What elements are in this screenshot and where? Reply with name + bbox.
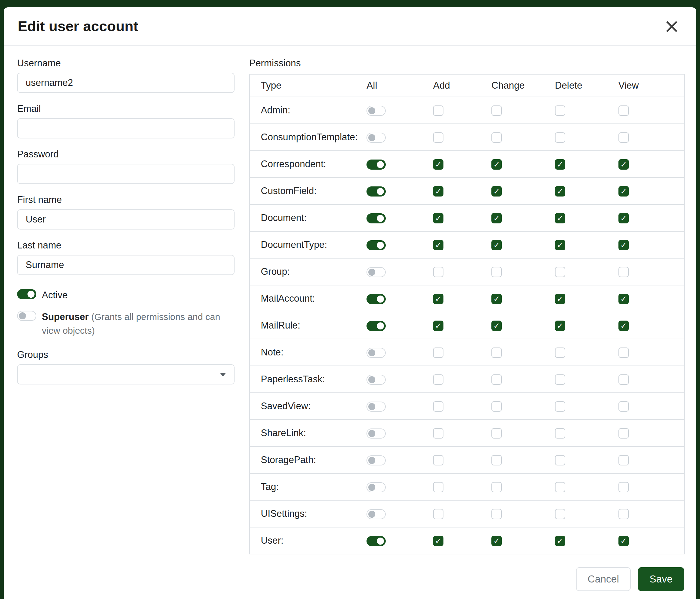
permission-all-toggle[interactable] [367,186,386,196]
permission-change-checkbox[interactable] [492,186,502,196]
permission-add-checkbox[interactable] [433,240,444,250]
permission-all-toggle[interactable] [367,240,386,250]
permission-all-toggle[interactable] [367,213,386,223]
permission-add-checkbox[interactable] [433,348,444,358]
permission-change-checkbox[interactable] [492,213,502,223]
permission-view-checkbox[interactable] [619,401,629,412]
last-name-group: Last name [17,240,234,275]
permission-delete-checkbox[interactable] [555,509,565,519]
permission-view-checkbox[interactable] [619,536,629,546]
permission-all-toggle[interactable] [367,482,386,492]
email-input[interactable] [17,118,234,139]
permission-add-checkbox[interactable] [433,132,444,143]
permission-all-toggle[interactable] [367,267,386,277]
permission-type-label: PaperlessTask: [250,366,365,393]
permission-all-toggle[interactable] [367,348,386,358]
permission-change-checkbox[interactable] [492,536,502,546]
permission-delete-checkbox[interactable] [555,294,565,304]
permission-delete-checkbox[interactable] [555,536,565,546]
permission-add-checkbox[interactable] [433,401,444,412]
permission-delete-checkbox[interactable] [555,159,565,170]
permission-view-checkbox[interactable] [619,455,629,465]
groups-select[interactable] [17,364,234,384]
permission-view-checkbox[interactable] [619,348,629,358]
permission-all-toggle[interactable] [367,133,386,143]
permission-view-checkbox[interactable] [619,240,629,250]
permission-all-toggle[interactable] [367,455,386,465]
password-input[interactable] [17,164,234,184]
permission-change-checkbox[interactable] [492,348,502,358]
permission-all-toggle[interactable] [367,106,386,116]
active-toggle[interactable] [17,289,36,299]
permission-change-checkbox[interactable] [492,294,502,304]
permission-add-checkbox[interactable] [433,482,444,492]
permission-delete-checkbox[interactable] [555,428,565,438]
permission-delete-checkbox[interactable] [555,132,565,143]
permission-delete-checkbox[interactable] [555,105,565,116]
permission-view-checkbox[interactable] [619,132,629,143]
permission-view-checkbox[interactable] [619,428,629,438]
cancel-button[interactable]: Cancel [576,567,631,591]
permission-delete-checkbox[interactable] [555,320,565,331]
permission-delete-checkbox[interactable] [555,186,565,196]
permission-view-checkbox[interactable] [619,320,629,331]
permission-all-toggle[interactable] [367,429,386,438]
permission-add-checkbox[interactable] [433,428,444,438]
permission-change-checkbox[interactable] [492,105,502,116]
permission-change-checkbox[interactable] [492,428,502,438]
permission-delete-checkbox[interactable] [555,213,565,223]
permission-view-checkbox[interactable] [619,105,629,116]
last-name-input[interactable] [17,255,234,275]
permission-change-checkbox[interactable] [492,159,502,170]
permission-delete-checkbox[interactable] [555,375,565,385]
permission-view-checkbox[interactable] [619,213,629,223]
permission-delete-checkbox[interactable] [555,348,565,358]
permission-add-checkbox[interactable] [433,213,444,223]
permission-delete-checkbox[interactable] [555,482,565,492]
permission-add-checkbox[interactable] [433,294,444,304]
permission-view-checkbox[interactable] [619,159,629,170]
active-label: Active [42,288,68,302]
permission-all-toggle[interactable] [367,509,386,519]
permission-row: Group: [250,258,684,285]
permission-change-checkbox[interactable] [492,267,502,277]
permission-add-checkbox[interactable] [433,159,444,170]
permission-change-checkbox[interactable] [492,482,502,492]
permission-add-checkbox[interactable] [433,105,444,116]
permission-view-checkbox[interactable] [619,375,629,385]
save-button[interactable]: Save [638,567,684,591]
permission-view-checkbox[interactable] [619,482,629,492]
permission-all-toggle[interactable] [367,160,386,170]
permission-delete-checkbox[interactable] [555,455,565,465]
permission-change-checkbox[interactable] [492,132,502,143]
permission-all-toggle[interactable] [367,321,386,331]
permission-view-checkbox[interactable] [619,294,629,304]
permission-add-checkbox[interactable] [433,320,444,331]
permission-all-toggle[interactable] [367,536,386,546]
permission-change-checkbox[interactable] [492,240,502,250]
permission-change-checkbox[interactable] [492,455,502,465]
permission-all-toggle[interactable] [367,375,386,385]
permission-all-toggle[interactable] [367,402,386,412]
permission-add-checkbox[interactable] [433,267,444,277]
permission-delete-checkbox[interactable] [555,240,565,250]
close-button[interactable]: × [661,18,682,34]
permission-delete-checkbox[interactable] [555,401,565,412]
permission-view-checkbox[interactable] [619,509,629,519]
permission-add-checkbox[interactable] [433,375,444,385]
permission-add-checkbox[interactable] [433,536,444,546]
permission-delete-checkbox[interactable] [555,267,565,277]
first-name-input[interactable] [17,209,234,230]
permission-change-checkbox[interactable] [492,320,502,331]
permission-view-checkbox[interactable] [619,267,629,277]
superuser-toggle[interactable] [17,311,36,321]
permission-view-checkbox[interactable] [619,186,629,196]
permission-add-checkbox[interactable] [433,455,444,465]
permission-change-checkbox[interactable] [492,509,502,519]
permission-change-checkbox[interactable] [492,375,502,385]
permission-add-checkbox[interactable] [433,509,444,519]
username-input[interactable] [17,73,234,93]
permission-all-toggle[interactable] [367,294,386,304]
permission-change-checkbox[interactable] [492,401,502,412]
permission-add-checkbox[interactable] [433,186,444,196]
